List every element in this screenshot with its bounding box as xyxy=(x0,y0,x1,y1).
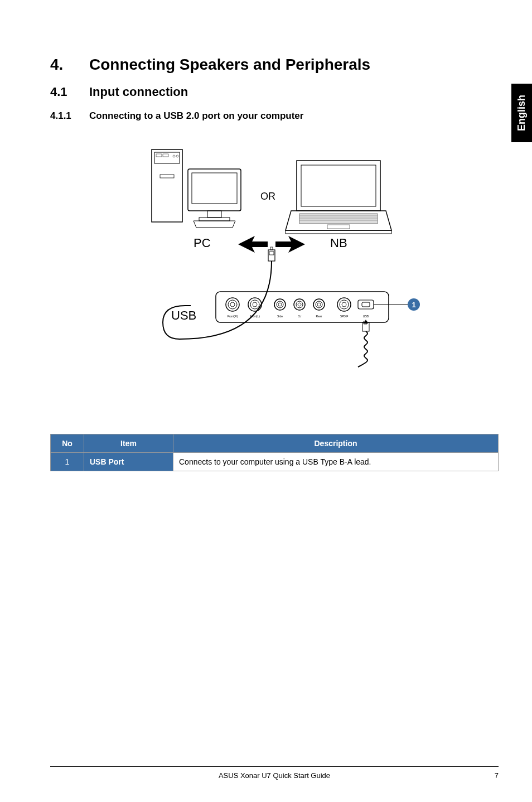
svg-point-25 xyxy=(228,300,237,309)
svg-point-40 xyxy=(313,299,325,310)
svg-point-41 xyxy=(316,301,322,308)
nb-label: NB xyxy=(330,236,347,250)
th-item: Item xyxy=(84,434,173,453)
svg-rect-2 xyxy=(156,154,162,157)
svg-point-32 xyxy=(274,299,286,310)
svg-point-34 xyxy=(278,303,282,306)
port-table: No Item Description 1 USB Port Connects … xyxy=(50,434,499,471)
page-number: 7 xyxy=(482,771,499,780)
subsection-title: Input connection xyxy=(89,85,188,99)
svg-rect-3 xyxy=(163,154,168,157)
svg-point-42 xyxy=(317,303,321,306)
section-heading: 4.Connecting Speakers and Peripherals xyxy=(50,56,499,74)
svg-point-5 xyxy=(176,155,178,157)
table-row: 1 USB Port Connects to your computer usi… xyxy=(51,453,499,471)
subsubsection-number: 4.1.1 xyxy=(50,110,89,122)
svg-text:Ctr: Ctr xyxy=(298,315,302,318)
svg-marker-19 xyxy=(275,236,305,253)
svg-text:Rear: Rear xyxy=(316,315,322,318)
section-title: Connecting Speakers and Peripherals xyxy=(89,56,370,73)
pc-label: PC xyxy=(194,236,211,250)
port-ctr: Ctr xyxy=(294,299,305,318)
svg-text:Front(R): Front(R) xyxy=(228,315,238,318)
svg-rect-21 xyxy=(269,252,274,255)
svg-rect-12 xyxy=(299,214,378,224)
svg-point-37 xyxy=(296,301,303,308)
svg-rect-0 xyxy=(152,149,182,222)
svg-rect-16 xyxy=(327,225,350,229)
svg-text:SPDIF: SPDIF xyxy=(340,315,349,318)
page-footer: ASUS Xonar U7 Quick Start Guide 7 xyxy=(50,766,499,780)
svg-rect-11 xyxy=(301,165,376,206)
port-usb: USB xyxy=(358,300,374,318)
svg-marker-55 xyxy=(364,320,368,323)
svg-rect-7 xyxy=(188,169,241,211)
or-label: OR xyxy=(260,191,275,202)
subsubsection-heading: 4.1.1Connecting to a USB 2.0 port on you… xyxy=(50,110,499,122)
th-no: No xyxy=(51,434,84,453)
port-spdif: SPDIF xyxy=(337,298,351,318)
svg-point-4 xyxy=(173,155,175,157)
svg-marker-18 xyxy=(238,236,268,253)
svg-rect-22 xyxy=(270,247,273,250)
svg-point-33 xyxy=(277,301,283,308)
svg-rect-6 xyxy=(160,175,174,178)
cell-desc: Connects to your computer using a USB Ty… xyxy=(173,453,499,471)
cell-item: USB Port xyxy=(84,453,173,471)
language-tab: English xyxy=(511,84,532,142)
footer-title: ASUS Xonar U7 Quick Start Guide xyxy=(67,771,482,780)
usb-label: USB xyxy=(171,308,196,322)
port-rear: Rear xyxy=(313,299,325,318)
subsection-number: 4.1 xyxy=(50,85,89,99)
svg-point-30 xyxy=(253,302,257,307)
svg-point-26 xyxy=(230,302,235,307)
subsection-heading: 4.1Input connection xyxy=(50,85,499,99)
subsubsection-title: Connecting to a USB 2.0 port on your com… xyxy=(89,110,303,121)
svg-rect-17 xyxy=(286,230,391,234)
port-front-r: Front(R) xyxy=(226,298,239,318)
svg-rect-8 xyxy=(192,173,237,204)
svg-text:Side: Side xyxy=(277,315,283,318)
th-description: Description xyxy=(173,434,499,453)
svg-point-36 xyxy=(294,299,305,310)
svg-point-46 xyxy=(342,302,346,307)
callout-number: 1 xyxy=(412,301,415,309)
svg-text:Front(L): Front(L) xyxy=(250,315,260,318)
svg-rect-9 xyxy=(207,211,221,218)
svg-text:USB: USB xyxy=(363,315,369,318)
svg-rect-10 xyxy=(199,218,230,221)
port-side: Side xyxy=(274,299,286,318)
svg-point-45 xyxy=(340,300,349,309)
section-number: 4. xyxy=(50,56,89,74)
svg-rect-48 xyxy=(358,300,374,309)
svg-rect-49 xyxy=(362,302,370,307)
svg-point-29 xyxy=(250,300,259,309)
svg-point-38 xyxy=(298,303,301,306)
cell-no: 1 xyxy=(51,453,84,471)
connection-diagram: PC OR NB USB xyxy=(107,138,442,406)
